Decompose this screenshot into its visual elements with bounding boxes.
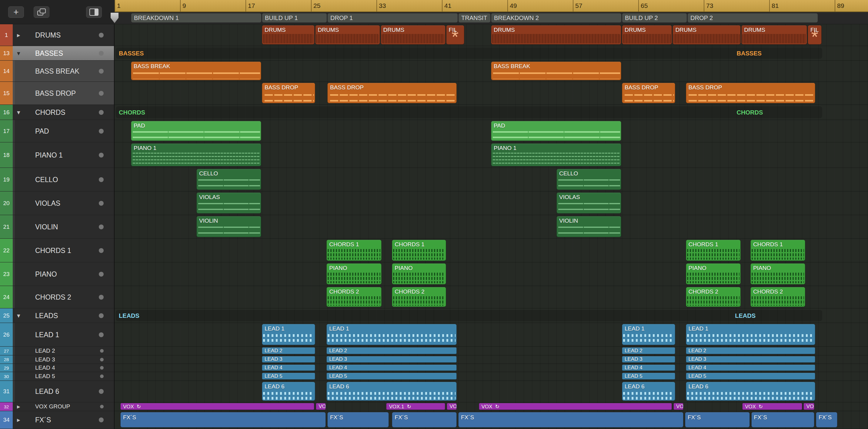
arrangement-marker-breakdown-1[interactable]: BREAKDOWN 1 xyxy=(131,13,261,23)
region-vo[interactable]: VO xyxy=(316,403,326,410)
region-fx-s[interactable]: FX´S xyxy=(751,412,815,428)
region-bass-drop[interactable]: BASS DROP xyxy=(327,83,457,103)
region-lead-2[interactable]: LEAD 2 xyxy=(262,347,315,354)
track-header-leads[interactable]: 25▾LEADS xyxy=(0,308,114,323)
track-header-bass-break[interactable]: 14BASS BREAK xyxy=(0,61,114,82)
region-fx-s[interactable]: FX´S xyxy=(816,412,837,428)
add-track-button[interactable]: + xyxy=(8,6,24,18)
region-violas[interactable]: VIOLAS xyxy=(196,192,261,213)
track-header-lead-4[interactable]: 29LEAD 4 xyxy=(0,364,114,372)
track-onoff-dot[interactable] xyxy=(100,374,104,378)
track-header-chords-1[interactable]: 22CHORDS 1 xyxy=(0,239,114,262)
group-summary-region[interactable] xyxy=(116,47,822,59)
chevron-right-icon[interactable]: ▸ xyxy=(17,416,20,424)
chevron-down-icon[interactable]: ▾ xyxy=(17,50,20,57)
region-lead-6[interactable]: LEAD 6 xyxy=(686,382,815,401)
region-drums[interactable]: DRUMS xyxy=(491,25,621,44)
bar-ruler[interactable]: 1917253341495765738189 xyxy=(115,0,868,12)
region-bass-drop[interactable]: BASS DROP xyxy=(686,83,815,103)
region-fx-s[interactable]: FX´S xyxy=(327,412,389,428)
region-drums[interactable]: DRUMS xyxy=(381,25,445,44)
region-lead-4[interactable]: LEAD 4 xyxy=(262,364,315,371)
track-onoff-dot[interactable] xyxy=(99,248,104,253)
track-onoff-dot[interactable] xyxy=(99,33,104,38)
track-header-lead-2[interactable]: 27LEAD 2 xyxy=(0,346,114,355)
region-chords-1[interactable]: CHORDS 1 xyxy=(327,240,381,261)
track-header-lead-3[interactable]: 28LEAD 3 xyxy=(0,355,114,364)
chevron-right-icon[interactable]: ▸ xyxy=(17,32,20,39)
region-chords-2[interactable]: CHORDS 2 xyxy=(750,287,806,307)
group-summary-region[interactable] xyxy=(116,106,822,118)
track-header-piano-1[interactable]: 18PIANO 1 xyxy=(0,142,114,168)
region-violas[interactable]: VIOLAS xyxy=(556,192,621,213)
track-header-cello[interactable]: 19CELLO xyxy=(0,168,114,192)
track-header-basses[interactable]: 13▾BASSES xyxy=(0,46,114,61)
track-header-lead-6[interactable]: 31LEAD 6 xyxy=(0,381,114,402)
region-drums[interactable]: DRUMS xyxy=(673,25,741,44)
region-bass-break[interactable]: BASS BREAK xyxy=(131,62,261,80)
track-header-bass-drop[interactable]: 15BASS DROP xyxy=(0,82,114,105)
region-fil[interactable]: FIL* xyxy=(808,25,822,44)
region-lead-1[interactable]: LEAD 1 xyxy=(262,324,315,345)
region-pad[interactable]: PAD xyxy=(491,121,621,141)
region-bass-drop[interactable]: BASS DROP xyxy=(622,83,675,103)
region-drums[interactable]: DRUMS xyxy=(622,25,672,44)
chevron-right-icon[interactable]: ▸ xyxy=(17,403,20,410)
arrangement-marker-breakdown-2[interactable]: BREAKDOWN 2 xyxy=(491,13,621,23)
region-piano-1[interactable]: PIANO 1 xyxy=(131,143,261,166)
track-onoff-dot[interactable] xyxy=(99,272,104,276)
region-lead-3[interactable]: LEAD 3 xyxy=(686,356,815,363)
track-header-drums[interactable]: 1▸DRUMS xyxy=(0,24,114,46)
region-lead-1[interactable]: LEAD 1 xyxy=(686,324,815,345)
region-fx-s[interactable]: FX´S xyxy=(458,412,683,428)
arrangement-marker-transit[interactable]: TRANSIT xyxy=(459,13,490,23)
chevron-down-icon[interactable]: ▾ xyxy=(17,312,20,319)
region-lead-3[interactable]: LEAD 3 xyxy=(327,356,457,363)
region-bass-break[interactable]: BASS BREAK xyxy=(491,62,621,80)
track-onoff-dot[interactable] xyxy=(99,129,104,134)
track-onoff-dot[interactable] xyxy=(99,295,104,300)
region-piano-1[interactable]: PIANO 1 xyxy=(491,143,621,166)
track-header-lead-1[interactable]: 26LEAD 1 xyxy=(0,323,114,346)
track-onoff-dot[interactable] xyxy=(99,201,104,206)
region-lead-5[interactable]: LEAD 5 xyxy=(327,373,457,380)
region-vox[interactable]: VOX↻ xyxy=(120,403,315,410)
region-lead-2[interactable]: LEAD 2 xyxy=(327,347,457,354)
region-violin[interactable]: VIOLIN xyxy=(196,216,261,237)
track-onoff-dot[interactable] xyxy=(99,153,104,158)
region-chords-2[interactable]: CHORDS 2 xyxy=(686,287,741,307)
track-onoff-dot[interactable] xyxy=(99,332,104,337)
arrangement-marker-build-up-1[interactable]: BUILD UP 1 xyxy=(262,13,327,23)
region-chords-1[interactable]: CHORDS 1 xyxy=(686,240,741,261)
track-header-pad[interactable]: 17PAD xyxy=(0,120,114,142)
region-drums[interactable]: DRUMS xyxy=(315,25,380,44)
track-onoff-dot[interactable] xyxy=(99,110,104,115)
region-fx-s[interactable]: FX´S xyxy=(392,412,457,428)
chevron-down-icon[interactable]: ▾ xyxy=(17,109,20,116)
region-chords-2[interactable]: CHORDS 2 xyxy=(327,287,381,307)
region-piano[interactable]: PIANO xyxy=(392,263,446,285)
region-lead-1[interactable]: LEAD 1 xyxy=(622,324,675,345)
region-lead-5[interactable]: LEAD 5 xyxy=(622,373,675,380)
track-header-chords-2[interactable]: 24CHORDS 2 xyxy=(0,286,114,308)
toggle-panel-button[interactable] xyxy=(86,6,102,18)
region-drums[interactable]: DRUMS xyxy=(262,25,315,44)
region-vox[interactable]: VOX↻ xyxy=(742,403,802,410)
region-vo[interactable]: VO xyxy=(803,403,814,410)
region-chords-1[interactable]: CHORDS 1 xyxy=(750,240,806,261)
track-onoff-dot[interactable] xyxy=(99,389,104,394)
region-lead-4[interactable]: LEAD 4 xyxy=(327,364,457,371)
region-vox[interactable]: VOX↻ xyxy=(479,403,672,410)
region-fx-s[interactable]: FX´S xyxy=(120,412,326,428)
region-lead-4[interactable]: LEAD 4 xyxy=(622,364,675,371)
track-onoff-dot[interactable] xyxy=(99,313,104,318)
region-lead-6[interactable]: LEAD 6 xyxy=(262,382,315,401)
track-onoff-dot[interactable] xyxy=(99,91,104,96)
region-pad[interactable]: PAD xyxy=(131,121,261,141)
track-header-violin[interactable]: 21VIOLIN xyxy=(0,215,114,239)
track-header-piano[interactable]: 23PIANO xyxy=(0,262,114,286)
track-header-lead-5[interactable]: 30LEAD 5 xyxy=(0,372,114,381)
group-summary-region[interactable] xyxy=(116,310,822,321)
region-lead-3[interactable]: LEAD 3 xyxy=(622,356,675,363)
region-vo[interactable]: VO xyxy=(447,403,457,410)
